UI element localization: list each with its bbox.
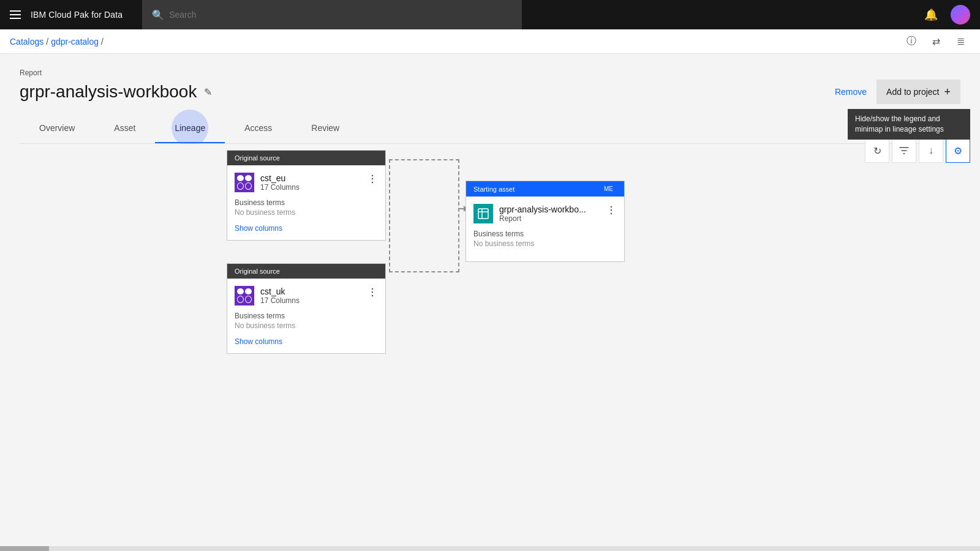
breadcrumb-gdpr[interactable]: gdpr-catalog xyxy=(51,37,99,47)
starting-name: grpr-analysis-workbo... xyxy=(499,204,586,214)
source2-menu-button[interactable]: ︙ xyxy=(367,287,378,298)
source-node-2: Original source cst_uk 17 Columns ︙ Busi… xyxy=(227,263,386,354)
tab-overview[interactable]: Overview xyxy=(20,114,94,143)
svg-rect-0 xyxy=(478,209,488,219)
bottom-scrollbar[interactable] xyxy=(0,546,980,551)
tab-review[interactable]: Review xyxy=(292,114,359,143)
page-label: Report xyxy=(20,69,960,77)
source1-asset-row: cst_eu 17 Columns ︙ xyxy=(235,173,378,192)
filter-button[interactable] xyxy=(892,138,916,163)
notification-icon[interactable]: 🔔 xyxy=(916,0,946,29)
tooltip-text: Hide/show the legend and minimap in line… xyxy=(855,114,944,133)
source1-asset-info: cst_eu 17 Columns xyxy=(260,173,300,192)
breadcrumb-right: ⓘ ⇄ ≣ xyxy=(902,32,970,51)
page-content: Report grpr-analysis-workbook ✎ Remove A… xyxy=(0,54,980,144)
tab-lineage[interactable]: Lineage xyxy=(155,114,225,143)
dot1 xyxy=(237,175,244,181)
source2-biz-value: No business terms xyxy=(235,321,378,330)
dashed-connector xyxy=(389,159,459,272)
info-icon[interactable]: ⓘ xyxy=(902,32,921,51)
page-title-actions: Remove Add to project + xyxy=(835,80,960,104)
hamburger-menu-icon[interactable] xyxy=(10,10,21,19)
dot3 xyxy=(237,296,244,303)
search-icon: 🔍 xyxy=(152,9,164,21)
download-button[interactable]: ↓ xyxy=(919,138,943,163)
dot3 xyxy=(237,182,244,190)
starting-asset-node: Starting asset ME grpr-analysis-workbo..… xyxy=(466,181,625,262)
dot2 xyxy=(245,288,252,294)
source1-menu-button[interactable]: ︙ xyxy=(367,174,378,185)
brand-name: IBM Cloud Pak for Data xyxy=(31,10,123,20)
tab-access[interactable]: Access xyxy=(225,114,292,143)
breadcrumb-sep-2: / xyxy=(101,37,104,47)
source1-biz-label: Business terms xyxy=(235,198,378,207)
source2-header-label: Original source xyxy=(235,268,280,275)
source1-header: Original source xyxy=(227,151,385,165)
breadcrumb-bar: Catalogs / gdpr-catalog / ⓘ ⇄ ≣ xyxy=(0,29,980,54)
tooltip-box: Hide/show the legend and minimap in line… xyxy=(848,109,970,140)
dot2 xyxy=(245,175,252,181)
source2-body: cst_uk 17 Columns ︙ Business terms No bu… xyxy=(227,279,385,353)
tab-asset[interactable]: Asset xyxy=(94,114,155,143)
source2-biz-label: Business terms xyxy=(235,312,378,320)
remove-button[interactable]: Remove xyxy=(835,87,867,97)
source2-asset-row: cst_uk 17 Columns ︙ xyxy=(235,286,378,305)
starting-asset-row: grpr-analysis-workbo... Report ︙ xyxy=(473,204,617,223)
grid-icon[interactable]: ≣ xyxy=(951,32,970,51)
lineage-canvas: Original source cst_eu 17 Columns ︙ Busi… xyxy=(0,144,980,511)
source2-asset-info: cst_uk 17 Columns xyxy=(260,287,300,305)
source2-header: Original source xyxy=(227,264,385,279)
starting-badge: ME xyxy=(600,185,617,193)
settings-button[interactable]: ⚙ xyxy=(946,138,970,163)
source1-show-columns-button[interactable]: Show columns xyxy=(235,224,282,233)
source1-name: cst_eu xyxy=(260,173,300,183)
source1-asset-icon xyxy=(235,173,254,192)
source1-columns: 17 Columns xyxy=(260,183,300,192)
search-bar[interactable]: 🔍 xyxy=(142,0,522,29)
starting-type: Report xyxy=(499,214,586,223)
plus-icon: + xyxy=(944,86,951,99)
dot4 xyxy=(245,296,252,303)
breadcrumb-catalogs[interactable]: Catalogs xyxy=(10,37,43,47)
dot4 xyxy=(245,182,252,190)
starting-menu-button[interactable]: ︙ xyxy=(606,205,617,216)
starting-body: grpr-analysis-workbo... Report ︙ Busines… xyxy=(466,197,624,261)
search-input[interactable] xyxy=(169,10,512,20)
page-title: grpr-analysis-workbook xyxy=(20,82,197,102)
source1-body: cst_eu 17 Columns ︙ Business terms No bu… xyxy=(227,165,385,240)
source1-biz-value: No business terms xyxy=(235,208,378,217)
starting-biz-value: No business terms xyxy=(473,239,617,248)
source2-asset-icon xyxy=(235,286,254,305)
breadcrumb-sep-1: / xyxy=(46,37,48,47)
starting-header: Starting asset ME xyxy=(466,181,624,197)
starting-asset-icon xyxy=(473,204,493,223)
scrollbar-thumb[interactable] xyxy=(0,546,49,551)
starting-asset-info: grpr-analysis-workbo... Report xyxy=(499,204,586,223)
undo-button[interactable]: ↻ xyxy=(865,138,889,163)
source2-columns: 17 Columns xyxy=(260,296,300,305)
page-title-row: grpr-analysis-workbook ✎ Remove Add to p… xyxy=(20,80,960,104)
source-node-1: Original source cst_eu 17 Columns ︙ Busi… xyxy=(227,150,386,241)
source2-show-columns-button[interactable]: Show columns xyxy=(235,337,282,346)
lineage-icon[interactable]: ⇄ xyxy=(926,32,946,51)
add-to-project-label: Add to project xyxy=(886,87,939,97)
tabs-bar: Overview Asset Lineage Access Review xyxy=(20,114,960,144)
source1-header-label: Original source xyxy=(235,154,280,162)
source2-name: cst_uk xyxy=(260,287,300,296)
topbar-right-actions: 🔔 xyxy=(916,0,970,29)
dot1 xyxy=(237,288,244,294)
starting-header-label: Starting asset xyxy=(473,186,514,193)
add-to-project-button[interactable]: Add to project + xyxy=(876,80,960,104)
edit-icon[interactable]: ✎ xyxy=(204,86,212,98)
starting-biz-label: Business terms xyxy=(473,230,617,238)
lineage-toolbar: ↻ ↓ ⚙ xyxy=(865,138,970,163)
avatar[interactable] xyxy=(951,5,970,24)
topbar: IBM Cloud Pak for Data 🔍 🔔 xyxy=(0,0,980,29)
